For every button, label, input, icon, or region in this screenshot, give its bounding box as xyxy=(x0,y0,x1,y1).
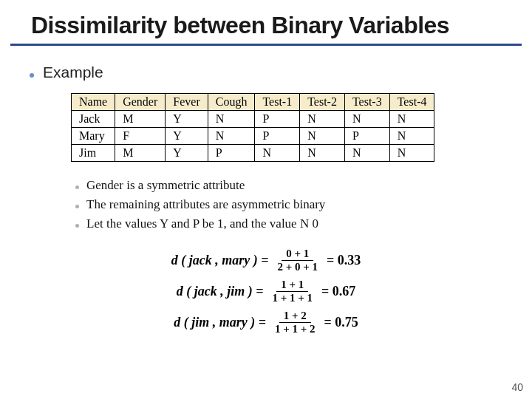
cell: P xyxy=(208,145,255,162)
bullet-dot-icon xyxy=(30,73,34,78)
sub-bullet: Let the values Y and P be 1, and the val… xyxy=(75,216,502,231)
cell: F xyxy=(115,128,166,145)
equations: d ( jack , mary ) = 0 + 1 2 + 0 + 1 = 0.… xyxy=(30,245,502,338)
fraction: 1 + 2 1 + 1 + 2 xyxy=(270,310,320,335)
page-number: 40 xyxy=(511,381,523,393)
sub-bullet: The remaining attributes are asymmetric … xyxy=(75,197,502,212)
equation-row: d ( jim , mary ) = 1 + 2 1 + 1 + 2 = 0.7… xyxy=(174,310,358,335)
cell: N xyxy=(300,128,345,145)
equation-row: d ( jack , mary ) = 0 + 1 2 + 0 + 1 = 0.… xyxy=(171,248,361,273)
th-fever: Fever xyxy=(166,94,208,111)
bullet-example: Example xyxy=(30,64,502,81)
th-gender: Gender xyxy=(115,94,166,111)
th-test2: Test-2 xyxy=(300,94,345,111)
cell: N xyxy=(389,128,434,145)
cell: N xyxy=(300,111,345,128)
cell: M xyxy=(115,145,166,162)
slide-title: Dissimilarity between Binary Variables xyxy=(10,0,522,46)
sub-bullet-text: The remaining attributes are asymmetric … xyxy=(86,197,325,212)
eq-denominator: 2 + 0 + 1 xyxy=(273,261,322,273)
th-test1: Test-1 xyxy=(255,94,300,111)
eq-numerator: 1 + 1 xyxy=(276,279,308,292)
bullet-dot-icon xyxy=(75,185,79,189)
sub-bullet: Gender is a symmetric attribute xyxy=(75,178,502,193)
cell: Jim xyxy=(72,145,115,162)
data-table-wrap: Name Gender Fever Cough Test-1 Test-2 Te… xyxy=(71,93,502,162)
cell: N xyxy=(300,145,345,162)
table-row: Jim M Y P N N N N xyxy=(72,145,434,162)
eq-numerator: 1 + 2 xyxy=(279,310,311,323)
bullet-dot-icon xyxy=(75,205,79,208)
eq-rhs: = 0.67 xyxy=(321,284,355,299)
cell: N xyxy=(389,145,434,162)
cell: Y xyxy=(166,111,208,128)
cell: N xyxy=(208,111,255,128)
eq-denominator: 1 + 1 + 2 xyxy=(270,323,320,335)
table-header-row: Name Gender Fever Cough Test-1 Test-2 Te… xyxy=(72,94,434,111)
sub-bullet-list: Gender is a symmetric attribute The rema… xyxy=(75,178,502,231)
cell: N xyxy=(389,111,434,128)
sub-bullet-text: Gender is a symmetric attribute xyxy=(86,178,245,193)
slide-content: Example Name Gender Fever Cough Test-1 T… xyxy=(0,64,532,338)
th-name: Name xyxy=(72,94,115,111)
equation-row: d ( jack , jim ) = 1 + 1 1 + 1 + 1 = 0.6… xyxy=(177,279,356,304)
cell: N xyxy=(255,145,300,162)
cell: N xyxy=(208,128,255,145)
eq-rhs: = 0.33 xyxy=(327,253,361,268)
eq-lhs: d ( jack , jim ) = xyxy=(177,284,264,299)
cell: Y xyxy=(166,128,208,145)
th-test3: Test-3 xyxy=(344,94,389,111)
cell: P xyxy=(344,128,389,145)
cell: M xyxy=(115,111,166,128)
cell: Mary xyxy=(72,128,115,145)
fraction: 0 + 1 2 + 0 + 1 xyxy=(273,248,322,273)
cell: Jack xyxy=(72,111,115,128)
cell: Y xyxy=(166,145,208,162)
table-row: Mary F Y N P N P N xyxy=(72,128,434,145)
sub-bullet-text: Let the values Y and P be 1, and the val… xyxy=(86,216,318,231)
cell: P xyxy=(255,128,300,145)
eq-numerator: 0 + 1 xyxy=(282,248,313,261)
eq-lhs: d ( jim , mary ) = xyxy=(174,315,266,330)
th-test4: Test-4 xyxy=(389,94,434,111)
cell: P xyxy=(255,111,300,128)
cell: N xyxy=(344,145,389,162)
bullet-example-text: Example xyxy=(43,64,103,81)
eq-denominator: 1 + 1 + 1 xyxy=(267,292,317,304)
table-row: Jack M Y N P N N N xyxy=(72,111,434,128)
bullet-dot-icon xyxy=(75,224,79,228)
fraction: 1 + 1 1 + 1 + 1 xyxy=(267,279,317,304)
th-cough: Cough xyxy=(208,94,255,111)
eq-rhs: = 0.75 xyxy=(324,315,358,330)
data-table: Name Gender Fever Cough Test-1 Test-2 Te… xyxy=(71,93,434,162)
eq-lhs: d ( jack , mary ) = xyxy=(171,253,269,268)
cell: N xyxy=(344,111,389,128)
